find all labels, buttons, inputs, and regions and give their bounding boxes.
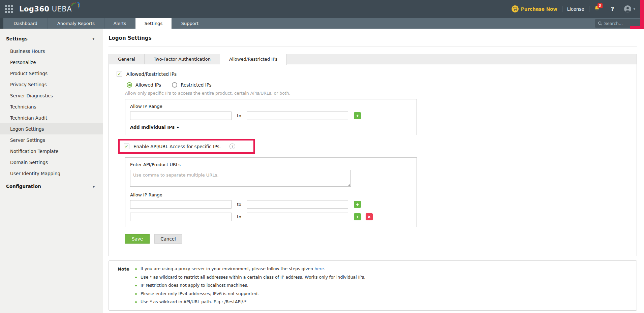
remove-api-ip-range-button[interactable]: ✕ — [366, 213, 373, 220]
api-ip-range-end-input-2[interactable] — [247, 213, 348, 221]
notifications-button[interactable]: 3 — [594, 5, 600, 12]
user-avatar-icon — [624, 5, 632, 13]
allowed-restricted-panel: ✓ Allowed/Restricted IPs Allowed IPs Res… — [109, 64, 637, 256]
sidebar-item-logon-settings[interactable]: Logon Settings — [0, 123, 103, 134]
to-label: to — [237, 113, 241, 118]
restricted-ips-label: Restricted IPs — [181, 82, 212, 88]
api-ip-range-start-input-2[interactable] — [130, 213, 232, 221]
divider — [589, 6, 589, 12]
ip-range-start-input[interactable] — [130, 112, 232, 120]
enable-api-checkbox[interactable]: ✓ — [124, 144, 129, 149]
search-icon — [598, 21, 602, 26]
api-ip-range-start-input-1[interactable] — [130, 200, 232, 209]
sidebar-settings-label: Settings — [6, 36, 28, 41]
note-list: If you are using a proxy server in your … — [135, 266, 365, 304]
chevron-down-icon: ▾ — [92, 37, 94, 41]
enter-api-urls-label: Enter API/Product URLs — [130, 162, 412, 167]
nav-tab-dashboard[interactable]: Dashboard — [3, 18, 48, 29]
license-button[interactable]: License — [567, 6, 584, 12]
form-actions: Save Cancel — [125, 234, 637, 244]
sidebar-item-server-diagnostics[interactable]: Server Diagnostics — [0, 90, 103, 101]
note-item: Please enter only IPv4 addresses; IPv6 i… — [135, 291, 365, 296]
enable-api-highlight-box: ✓ Enable API/URL Access for specific IPs… — [118, 139, 255, 154]
user-menu-button[interactable]: ▾ — [624, 5, 635, 13]
nav-notch — [0, 18, 3, 29]
sidebar-configuration-label: Configuration — [6, 184, 41, 189]
sidebar-section-configuration[interactable]: Configuration ▸ — [0, 179, 103, 192]
cart-icon — [512, 5, 519, 12]
note-item: IP restriction does not apply to localho… — [135, 283, 365, 288]
ip-mode-helper-text: Allow only specific IPs to access the en… — [125, 91, 637, 96]
to-label: to — [237, 202, 241, 207]
sidebar-item-notification-template[interactable]: Notification Template — [0, 146, 103, 157]
restricted-ips-radio[interactable] — [172, 82, 177, 88]
nav-tab-settings[interactable]: Settings — [135, 18, 172, 29]
sidebar-section-settings[interactable]: Settings ▾ — [0, 34, 103, 45]
global-search[interactable] — [595, 19, 642, 28]
note-item: Use * as wildcard in API/URL path. E.g.:… — [135, 299, 365, 304]
help-button[interactable]: ? — [611, 6, 614, 12]
allowed-restricted-toggle-row: ✓ Allowed/Restricted IPs — [117, 71, 637, 77]
divider — [606, 6, 606, 12]
divider — [562, 6, 562, 12]
tab-general[interactable]: General — [109, 54, 145, 64]
purchase-now-button[interactable]: Purchase Now — [512, 5, 557, 12]
arrow-right-icon: ▸ — [177, 125, 179, 129]
tab-allowed-restricted-ips[interactable]: Allowed/Restricted IPs — [220, 54, 287, 65]
proxy-steps-link[interactable]: here. — [314, 266, 325, 271]
chevron-right-icon: ▸ — [93, 184, 95, 189]
enable-api-label: Enable API/URL Access for specific IPs. — [133, 144, 221, 149]
tab-two-factor-authentication[interactable]: Two-Factor Authentication — [145, 54, 220, 64]
add-api-ip-range-button-2[interactable]: + — [354, 213, 361, 220]
logo-swoosh-icon — [68, 1, 82, 11]
divider — [619, 6, 619, 12]
main-nav: Dashboard Anomaly Reports Alerts Setting… — [0, 18, 644, 29]
nav-tab-alerts[interactable]: Alerts — [104, 18, 135, 29]
main-content: Logon Settings General Two-Factor Authen… — [103, 29, 644, 313]
add-api-ip-range-button-1[interactable]: + — [354, 201, 361, 208]
radio-dot — [128, 84, 131, 86]
ip-range-row: to + — [130, 112, 412, 120]
sidebar-item-technician-audit[interactable]: Technician Audit — [0, 112, 103, 123]
sidebar-item-business-hours[interactable]: Business Hours — [0, 45, 103, 57]
ip-mode-radio-group: Allowed IPs Restricted IPs — [127, 82, 637, 88]
add-individual-ips-link[interactable]: Add Individual IPs ▸ — [130, 125, 179, 130]
allowed-ips-radio[interactable] — [127, 82, 132, 88]
api-ip-range-row-2: to + ✕ — [130, 213, 412, 221]
sidebar-item-domain-settings[interactable]: Domain Settings — [0, 157, 103, 168]
sidebar-item-product-settings[interactable]: Product Settings — [0, 68, 103, 79]
product-ip-range-box: Allow IP Range to + Add Individual IPs ▸ — [125, 99, 417, 135]
help-tooltip-icon[interactable]: ? — [229, 144, 235, 149]
add-ip-range-button[interactable]: + — [354, 112, 361, 119]
allow-ip-range-label: Allow IP Range — [130, 192, 412, 197]
product-name: Log360 — [19, 5, 50, 13]
api-ip-range-row-1: to + — [130, 200, 412, 209]
allow-ip-range-label: Allow IP Range — [130, 104, 412, 109]
cancel-button[interactable]: Cancel — [154, 234, 182, 244]
sidebar-item-technicians[interactable]: Technicians — [0, 101, 103, 112]
app-launcher-icon[interactable] — [5, 5, 13, 13]
sidebar-item-user-identity-mapping[interactable]: User Identity Mapping — [0, 168, 103, 179]
sidebar-item-server-settings[interactable]: Server Settings — [0, 134, 103, 146]
search-input[interactable] — [604, 21, 638, 26]
sidebar-item-privacy-settings[interactable]: Privacy Settings — [0, 79, 103, 90]
chevron-down-icon: ▾ — [633, 7, 635, 11]
nav-tab-support[interactable]: Support — [172, 18, 208, 29]
sidebar-item-personalize[interactable]: Personalize — [0, 57, 103, 68]
allowed-ips-label: Allowed IPs — [135, 82, 161, 88]
page-title: Logon Settings — [109, 29, 637, 46]
top-bar: Log360 UEBA Purchase Now License 3 ? — [0, 0, 644, 18]
api-url-access-box: Enter API/Product URLs Allow IP Range to… — [125, 157, 417, 227]
save-button[interactable]: Save — [125, 234, 150, 244]
topbar-actions: Purchase Now License 3 ? ▾ — [512, 0, 635, 18]
api-urls-textarea[interactable] — [130, 170, 351, 187]
allowed-restricted-checkbox[interactable]: ✓ — [117, 71, 122, 77]
allowed-restricted-label: Allowed/Restricted IPs — [126, 71, 177, 77]
to-label: to — [237, 214, 241, 219]
settings-sidebar: Settings ▾ Business Hours Personalize Pr… — [0, 29, 103, 313]
nav-tab-anomaly-reports[interactable]: Anomaly Reports — [48, 18, 104, 29]
ip-range-end-input[interactable] — [247, 112, 348, 120]
api-ip-range-end-input-1[interactable] — [247, 200, 348, 209]
note-label: Note — [118, 266, 135, 304]
logon-settings-tabs: General Two-Factor Authentication Allowe… — [109, 54, 637, 64]
